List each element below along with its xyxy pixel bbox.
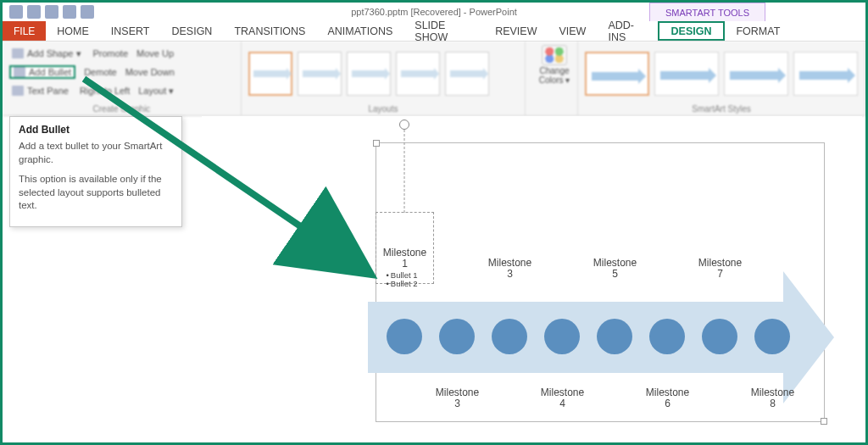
style-thumb-4[interactable] bbox=[793, 52, 858, 96]
group-layouts: Layouts bbox=[242, 42, 526, 115]
redo-icon[interactable] bbox=[63, 5, 76, 19]
layout-thumb-4[interactable] bbox=[396, 52, 440, 96]
tab-transitions[interactable]: TRANSITIONS bbox=[223, 21, 316, 41]
text-pane-label: Text Pane bbox=[27, 86, 69, 96]
group-create-label: Create Graphic bbox=[9, 103, 234, 114]
group-styles-label: SmartArt Styles bbox=[585, 103, 858, 114]
tooltip-title: Add Bullet bbox=[19, 124, 173, 136]
milestone-dot[interactable] bbox=[649, 319, 685, 354]
layout-button[interactable]: Layout ▾ bbox=[138, 86, 174, 97]
tab-slideshow[interactable]: SLIDE SHOW bbox=[403, 21, 484, 41]
style-thumb-1[interactable] bbox=[585, 52, 649, 96]
add-bullet-label: Add Bullet bbox=[29, 67, 71, 77]
tab-review[interactable]: REVIEW bbox=[484, 21, 548, 41]
milestone-dot[interactable] bbox=[439, 319, 475, 354]
tab-design[interactable]: DESIGN bbox=[160, 21, 223, 41]
tab-smartart-format[interactable]: FORMAT bbox=[725, 21, 791, 41]
layout-thumb-3[interactable] bbox=[347, 52, 391, 96]
group-smartart-styles: SmartArt Styles bbox=[578, 42, 865, 115]
tab-home[interactable]: HOME bbox=[46, 21, 100, 41]
milestone-label[interactable]: Milestone3 bbox=[476, 258, 544, 280]
add-bullet-button[interactable]: Add Bullet bbox=[9, 65, 75, 79]
style-thumb-3[interactable] bbox=[724, 52, 788, 96]
group-change-colors: ChangeColors ▾ bbox=[526, 42, 578, 115]
change-colors-label[interactable]: ChangeColors ▾ bbox=[539, 67, 570, 85]
tab-addins[interactable]: ADD-INS bbox=[597, 21, 657, 41]
milestone-dot[interactable] bbox=[492, 319, 527, 354]
demote-button[interactable]: Demote bbox=[84, 67, 117, 77]
layout-thumb-5[interactable] bbox=[445, 52, 489, 96]
tab-insert[interactable]: INSERT bbox=[100, 21, 161, 41]
layout-thumb-2[interactable] bbox=[298, 52, 342, 96]
tab-view[interactable]: VIEW bbox=[548, 21, 597, 41]
milestone-dot[interactable] bbox=[387, 319, 422, 354]
text-pane-button[interactable]: Text Pane bbox=[9, 86, 71, 96]
tooltip-body-1: Add a text bullet to your SmartArt graph… bbox=[19, 140, 173, 166]
add-shape-icon bbox=[12, 48, 24, 58]
tab-file[interactable]: FILE bbox=[3, 21, 46, 41]
change-colors-icon[interactable] bbox=[542, 45, 567, 65]
slide-canvas[interactable]: Milestone1 Bullet 1 Bullet 2 Milestone3 … bbox=[202, 116, 862, 439]
group-layouts-label: Layouts bbox=[248, 103, 518, 114]
tab-smartart-design[interactable]: DESIGN bbox=[658, 21, 726, 41]
milestone-label[interactable]: Milestone5 bbox=[581, 258, 649, 280]
chevron-down-icon: ▾ bbox=[169, 86, 174, 96]
milestone-label[interactable]: Milestone8 bbox=[739, 387, 807, 409]
undo-icon[interactable] bbox=[45, 5, 58, 19]
rotate-stem bbox=[404, 130, 405, 213]
milestone-dot[interactable] bbox=[544, 319, 580, 354]
milestone-label[interactable]: Milestone4 bbox=[529, 387, 597, 409]
ribbon: Add Shape ▾ Promote Move Up Add Bullet D… bbox=[3, 42, 865, 116]
slide: Milestone1 Bullet 1 Bullet 2 Milestone3 … bbox=[210, 117, 854, 439]
milestone-label[interactable]: Milestone6 bbox=[634, 387, 702, 409]
milestone-dot[interactable] bbox=[754, 319, 790, 354]
milestone-dot[interactable] bbox=[702, 319, 737, 354]
add-shape-button[interactable]: Add Shape ▾ bbox=[9, 48, 84, 59]
right-to-left-button[interactable]: Right to Left bbox=[80, 86, 130, 96]
smartart-roadmap[interactable]: Milestone1 Bullet 1 Bullet 2 Milestone3 … bbox=[368, 281, 834, 393]
milestone-label[interactable]: Milestone1 Bullet 1 Bullet 2 bbox=[371, 248, 439, 289]
group-create-graphic: Add Shape ▾ Promote Move Up Add Bullet D… bbox=[3, 42, 242, 115]
move-up-button[interactable]: Move Up bbox=[136, 48, 174, 58]
ribbon-tabs: FILE HOME INSERT DESIGN TRANSITIONS ANIM… bbox=[3, 21, 865, 42]
milestone-dot[interactable] bbox=[597, 319, 632, 354]
arrow-head-icon bbox=[783, 271, 834, 403]
add-shape-label: Add Shape bbox=[27, 48, 73, 58]
move-down-button[interactable]: Move Down bbox=[125, 67, 175, 77]
tooltip-body-2: This option is available only if the sel… bbox=[19, 173, 173, 213]
tooltip-add-bullet: Add Bullet Add a text bullet to your Sma… bbox=[9, 116, 182, 227]
milestone-label[interactable]: Milestone3 bbox=[424, 387, 492, 409]
bullet-icon bbox=[14, 67, 25, 77]
window-title: ppt7360.pptm [Recovered] - PowerPoint bbox=[351, 7, 517, 17]
style-thumb-2[interactable] bbox=[654, 52, 719, 96]
promote-button[interactable]: Promote bbox=[92, 48, 128, 58]
contextual-tab-label: SMARTART TOOLS bbox=[649, 3, 765, 21]
quick-access-toolbar bbox=[3, 5, 94, 19]
rotate-handle-icon[interactable] bbox=[399, 120, 409, 130]
layout-thumb-1[interactable] bbox=[248, 52, 292, 96]
chevron-down-icon: ▾ bbox=[76, 48, 81, 59]
touch-mode-icon[interactable] bbox=[81, 5, 94, 19]
milestone-bullets: Bullet 1 Bullet 2 bbox=[371, 271, 439, 289]
text-pane-icon bbox=[12, 86, 24, 96]
save-icon[interactable] bbox=[27, 5, 41, 19]
milestone-label[interactable]: Milestone7 bbox=[687, 258, 754, 280]
tab-animations[interactable]: ANIMATIONS bbox=[316, 21, 403, 41]
powerpoint-icon bbox=[9, 5, 23, 19]
